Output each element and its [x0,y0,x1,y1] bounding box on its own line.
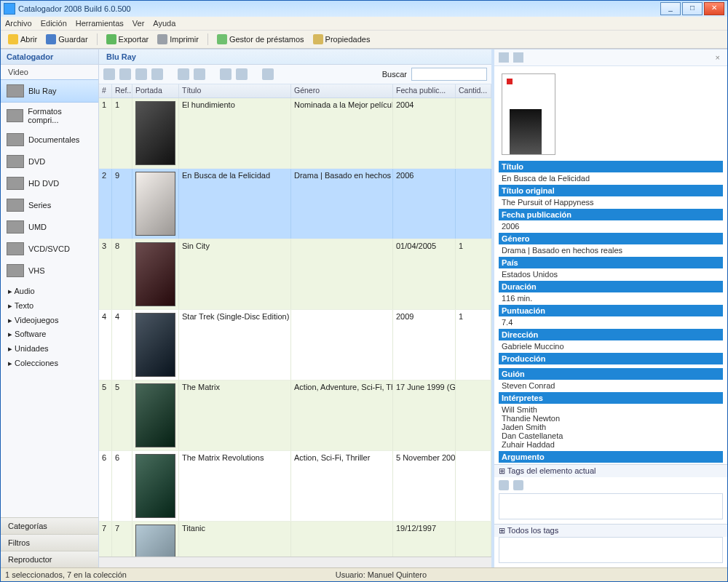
menu-herramientas[interactable]: Herramientas [76,19,124,28]
field-header: Duración [499,281,723,292]
field-header: Título [499,161,723,172]
field-value: 116 min. [499,292,723,304]
poster-thumb [135,172,175,236]
toolbar-icon[interactable] [103,68,115,80]
sidebar-group-video[interactable]: Video [1,65,98,79]
horizontal-scrollbar[interactable] [99,557,491,567]
sidebar-bottom-button[interactable]: Filtros [1,534,98,551]
toolbar-icon[interactable] [262,68,274,80]
cell-fecha: 2006 [393,169,456,239]
tags-current-header[interactable]: ⊞ Tags del elemento actual [494,465,727,477]
cell-fecha: 01/04/2005 [393,239,456,309]
tags-current-box[interactable] [499,493,723,519]
sidebar-item[interactable]: Formatos compri... [1,103,98,129]
menu-edición[interactable]: Edición [41,19,67,28]
sidebar-item-label: VCD/SVCD [28,244,70,253]
table-row[interactable]: 44Star Trek (Single-Disc Edition)20091 [99,310,491,380]
table-row[interactable]: 11El hundimientoNominada a la Mejor pelí… [99,98,491,169]
toolbar-icon[interactable] [236,68,248,80]
table-row[interactable]: 77Titanic19/12/1997 [99,522,491,557]
detail-search-icon[interactable] [513,52,523,63]
tags-all-box[interactable] [499,537,723,563]
close-button[interactable]: ✕ [704,2,724,15]
sidebar-item[interactable]: UMD [1,216,98,238]
toolbar-icon[interactable] [194,68,205,80]
table-row[interactable]: 55The MatrixAction, Adventure, Sci-Fi, T… [99,380,491,451]
toolbar-icon[interactable] [119,68,131,80]
field-header: Puntuación [499,305,723,316]
col-titulo[interactable]: Título [179,84,291,97]
sidebar-item[interactable]: Series [1,194,98,216]
tag-remove-icon[interactable] [513,480,523,490]
export-button[interactable]: Exportar [103,33,152,45]
sidebar-group[interactable]: ▸ Software [8,327,91,342]
search-input[interactable] [411,68,487,81]
cell-ref: 4 [112,310,132,380]
menu-ayuda[interactable]: Ayuda [153,19,175,28]
sidebar-item[interactable]: DVD [1,151,98,172]
table-row[interactable]: 38Sin City01/04/20051 [99,239,491,310]
field-header: Dirección [499,329,723,340]
format-icon [7,133,24,146]
col-idx[interactable]: # [99,84,112,97]
sidebar-group[interactable]: ▸ Audio [8,284,91,299]
sidebar-item[interactable]: VHS [1,260,98,282]
field-value: Steven Conrad [499,380,723,391]
sidebar-item[interactable]: HD DVD [1,172,98,194]
table-row[interactable]: 29En Busca de la FelicidadDrama | Basado… [99,169,491,239]
col-cant[interactable]: Cantid... [456,84,491,97]
tag-add-icon[interactable] [499,480,509,490]
cell-poster [132,451,179,521]
cell-titulo: Titanic [179,522,291,557]
app-icon [4,3,15,15]
tags-all-header[interactable]: ⊞ Todos los tags [494,525,727,537]
col-ref[interactable]: Ref... [112,84,132,97]
sidebar-item-label: Formatos compri... [28,107,92,124]
sidebar-group[interactable]: ▸ Colecciones [8,356,91,371]
detail-print-icon[interactable] [499,52,509,63]
cell-genero [291,310,393,380]
cell-genero: Action, Sci-Fi, Thriller [291,451,393,521]
cell-cant: 1 [456,239,491,309]
table-body: 11El hundimientoNominada a la Mejor pelí… [99,98,491,557]
table-row[interactable]: 66The Matrix RevolutionsAction, Sci-Fi, … [99,451,491,522]
minimize-button[interactable]: _ [660,2,681,15]
toolbar-icon[interactable] [151,68,163,80]
sidebar-group[interactable]: ▸ Videojuegos [8,314,91,328]
cell-ref: 6 [112,451,132,521]
cell-genero: Drama | Basado en hechos reales [291,169,393,239]
sidebar-group[interactable]: ▸ Unidades [8,342,91,356]
cell-poster [132,98,179,168]
sidebar-group[interactable]: ▸ Texto [8,299,91,314]
col-fecha[interactable]: Fecha public... [393,84,456,97]
center-toolbar: Buscar [99,65,491,84]
sidebar-item[interactable]: VCD/SVCD [1,238,98,260]
col-genero[interactable]: Género [291,84,393,97]
field-value: En Busca de la Felicidad [499,172,723,184]
col-portada[interactable]: Portada [132,84,179,97]
properties-button[interactable]: Propiedades [310,33,373,45]
toolbar-icon[interactable] [220,68,232,80]
loans-button[interactable]: Gestor de préstamos [214,33,307,45]
toolbar-icon[interactable] [135,68,147,80]
open-button[interactable]: Abrir [5,33,40,45]
poster-thumb [135,454,175,518]
menu-archivo[interactable]: Archivo [5,19,32,28]
detail-close-icon[interactable]: × [713,53,723,62]
field-value: Will SmithThandie NewtonJaden SmithDan C… [499,404,723,450]
print-button[interactable]: Imprimir [154,33,202,45]
menu-bar: ArchivoEdiciónHerramientasVerAyuda [1,17,727,30]
cell-poster [132,380,179,450]
window-title: Catalogador 2008 Build 6.0.500 [18,4,131,13]
menu-ver[interactable]: Ver [132,19,145,28]
field-header-argumento: Argumento [499,451,723,463]
cell-poster [132,310,179,380]
toolbar-icon[interactable] [178,68,189,80]
maximize-button[interactable]: □ [682,2,703,15]
cell-poster [132,522,179,557]
sidebar-item[interactable]: Blu Ray [1,79,98,103]
sidebar-bottom-button[interactable]: Reproductor [1,551,98,567]
sidebar-bottom-button[interactable]: Categorías [1,517,98,534]
save-button[interactable]: Guardar [43,33,90,45]
sidebar-item[interactable]: Documentales [1,129,98,151]
